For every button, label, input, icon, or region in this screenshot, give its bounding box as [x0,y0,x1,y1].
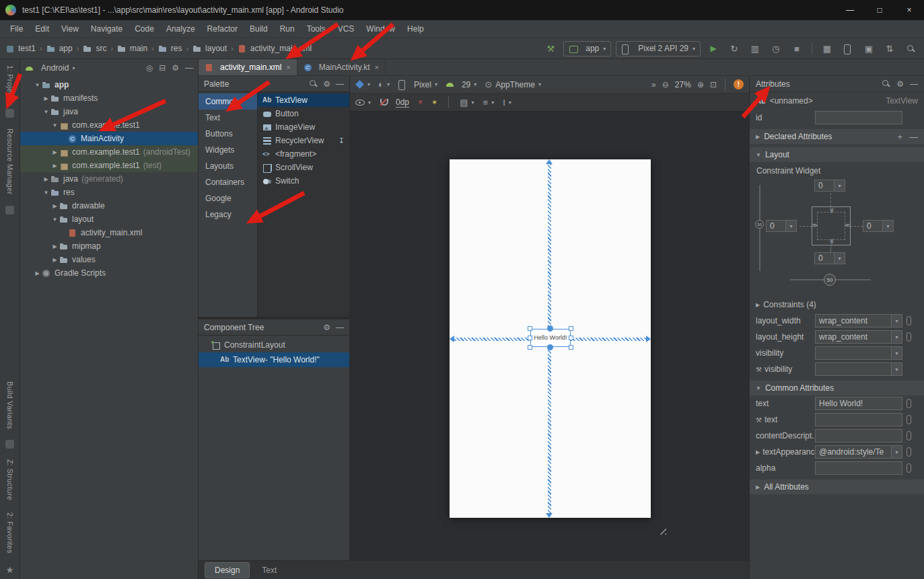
device-canvas[interactable]: Hello World! [450,159,651,518]
orientation-select[interactable]: ◐▾ [378,79,390,89]
layout-width-select[interactable]: wrap_content▾ [815,314,902,327]
favorites-star-icon[interactable]: ★ [6,565,14,575]
tree-expander-icon[interactable]: ▼ [50,217,59,223]
close-tab-icon[interactable]: × [375,63,379,71]
pack-select[interactable]: ▤▾ [460,98,474,108]
zoom-out-button[interactable]: ⊖ [662,80,669,89]
more-actions-icon[interactable]: » [651,80,656,89]
margin-right-select[interactable]: 0▾ [863,220,894,232]
tree-expander-icon[interactable]: ▼ [42,109,50,115]
palette-component[interactable]: RecyclerView ↧ [258,134,349,147]
canvas-resize-handle[interactable] [658,527,666,535]
download-icon[interactable]: ↧ [339,137,345,145]
text-tab[interactable]: Text [252,562,287,578]
hide-panel-icon[interactable]: — [336,79,344,89]
settings-gear-icon[interactable]: ⚙ [323,323,330,332]
api-version-menu[interactable]: 29▾ [446,80,476,89]
tree-expander-icon[interactable]: ▶ [50,257,59,263]
pick-resource-button[interactable] [907,447,911,457]
component-tree-item[interactable]: ConstraintLayout [199,338,349,352]
menu-item[interactable]: Build [244,22,274,36]
menu-item[interactable]: Edit [29,22,55,36]
design-surface-select[interactable]: ▾ [355,80,370,89]
constraint-arrow-icon[interactable]: ≫ [812,222,818,229]
declared-attributes-header[interactable]: ▶ Declared Attributes + — [750,129,924,144]
search-icon[interactable] [309,79,318,88]
theme-menu[interactable]: ⊙AppTheme▾ [485,79,541,89]
menu-item[interactable]: Analyze [160,22,201,36]
palette-category[interactable]: Legacy [199,206,257,223]
expander-icon[interactable]: ▶ [756,302,760,308]
design-surface[interactable]: Hello World! [350,112,749,560]
stop-button[interactable]: ■ [789,41,805,56]
palette-category[interactable]: Buttons [199,126,257,142]
constraint-arrow-icon[interactable]: ≫ [828,207,835,213]
text-appearance-select[interactable]: @android:style/Te▾ [815,445,902,459]
menu-item[interactable]: Window [360,22,401,36]
tool-window-build-variants[interactable]: Build Variants [6,381,14,429]
editor-tab-activity-main-xml[interactable]: activity_main.xml × [199,59,297,75]
remove-attribute-button[interactable]: — [909,132,918,142]
text-input[interactable] [815,397,902,410]
project-tree-item[interactable]: activity_main.xml [20,226,198,239]
tools-text-input[interactable] [815,413,902,426]
tool-window-resource-manager[interactable]: Resource Manager [6,128,14,194]
menu-item[interactable]: Run [274,22,301,36]
layout-height-select[interactable]: wrap_content▾ [815,330,902,344]
project-tree-item[interactable]: ▶ Gradle Scripts [20,266,198,280]
all-attributes-header[interactable]: ▶ All Attributes [750,479,924,494]
selection-handle[interactable] [569,345,573,350]
align-select[interactable]: ≡▾ [483,98,495,108]
project-tree-item[interactable]: ▶ com.example.test1 (androidTest) [20,145,198,159]
constraint-anchor[interactable] [547,344,553,350]
horizontal-bias-knob[interactable]: 50 [824,274,836,286]
project-tree-item[interactable]: ▼ layout [20,213,198,226]
component-tree-item[interactable]: TextView- "Hello World!" [199,352,349,367]
tree-expander-icon[interactable]: ▼ [33,82,42,88]
pick-resource-button[interactable] [907,332,911,342]
project-tree-item[interactable]: ▶ java (generated) [20,172,198,186]
selection-handle[interactable] [569,326,573,331]
selection-handle[interactable] [528,326,532,331]
layout-inspector-icon[interactable]: ▦ [819,41,835,56]
palette-component[interactable]: ImageView [258,120,349,134]
menu-item[interactable]: View [55,22,85,36]
constraint-widget-square[interactable]: ≫ ≫ ≪ ≫ [812,206,851,245]
selection-handle[interactable] [569,336,573,340]
hide-panel-icon[interactable]: — [336,323,344,332]
palette-category[interactable]: Containers [199,174,257,190]
breadcrumb-item[interactable]: › activity_main.xml [227,44,312,53]
margin-bottom-select[interactable]: 0▾ [814,252,845,264]
project-tree-item[interactable]: ▼ com.example.test1 [20,118,198,132]
device-menu[interactable]: Pixel▾ [398,80,437,89]
menu-item[interactable]: File [4,22,29,36]
palette-component[interactable]: <fragment> [258,147,349,161]
pick-resource-button[interactable] [907,399,911,408]
run-button[interactable]: ▶ [705,41,721,56]
hide-panel-icon[interactable]: — [185,63,193,73]
palette-category[interactable]: Text [199,110,257,126]
avd-manager-icon[interactable] [840,41,856,56]
constraint-arrow-icon[interactable]: ≫ [828,238,835,244]
close-tab-icon[interactable]: × [286,63,290,71]
view-options-select[interactable]: ▾ [355,100,371,106]
constraint-widget[interactable]: 50 0▾ 0▾ 0▾ 0▾ ≫ ≫ ≪ ≫ [750,177,924,297]
id-input[interactable] [815,111,902,124]
menu-item[interactable]: VCS [332,22,361,36]
zoom-to-fit-button[interactable]: ⊡ [710,80,717,89]
tree-expander-icon[interactable]: ▶ [50,149,59,155]
menu-item[interactable]: Help [401,22,430,36]
tree-expander-icon[interactable]: ▼ [42,190,50,196]
constraint-arrow-icon[interactable]: ≪ [845,222,851,229]
menu-item[interactable]: Tools [301,22,332,36]
project-tree-item[interactable]: ▶ values [20,253,198,266]
settings-gear-icon[interactable]: ⚙ [172,63,179,73]
settings-gear-icon[interactable]: ⚙ [323,79,330,89]
expander-icon[interactable]: ▶ [756,449,760,455]
project-tree-item[interactable]: MainActivity [20,132,198,145]
project-tree-item[interactable]: ▶ drawable [20,199,198,213]
guidelines-select[interactable]: I▾ [503,98,511,108]
tree-expander-icon[interactable]: ▼ [50,122,59,128]
selection-handle[interactable] [528,345,532,350]
breadcrumb-item[interactable]: › main [106,44,147,53]
